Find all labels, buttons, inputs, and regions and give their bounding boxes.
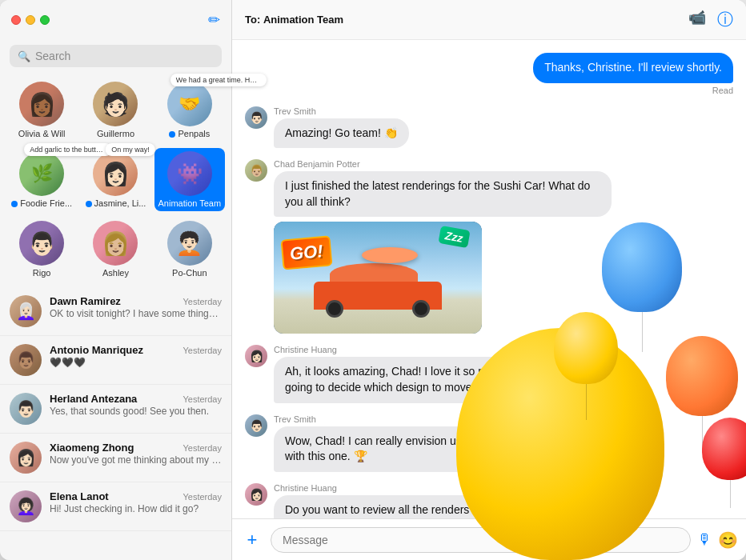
conv-name-elena: Elena Lanot <box>50 490 109 502</box>
avatar-foodie: 🌿 <box>19 151 64 196</box>
pinned-name-pochun: Po-Chun <box>172 268 207 278</box>
conv-time-xiaomeng: Yesterday <box>182 443 222 453</box>
conv-name-dawn: Dawn Ramirez <box>50 295 121 307</box>
bubble-outgoing-0: Thanks, Christine. I'll review shortly. <box>533 53 733 83</box>
app-window: ✏ 🔍 Search 👩🏾 Olivia & Will 🧑🏻 Guillermo… <box>0 0 746 560</box>
bubble-in-4: Wow, Chad! I can really envision us taki… <box>274 426 612 472</box>
conv-preview-herland: Yes, that sounds good! See you then. <box>50 406 222 417</box>
sushi-car-image: GO! Zzz <box>274 222 482 334</box>
avatar-trev-1: 👨🏻 <box>245 106 267 129</box>
sender-name-2: Chad Benjamin Potter <box>274 159 612 169</box>
search-bar[interactable]: 🔍 Search <box>10 45 222 67</box>
msg-body-3: Christine Huang Ah, it looks amazing, Ch… <box>274 345 612 402</box>
conv-name-xiaomeng: Xiaomeng Zhong <box>50 442 134 454</box>
pinned-name-ashley: Ashley <box>102 268 129 278</box>
msg-body-5: Christine Huang Do you want to review al… <box>274 483 612 518</box>
pinned-name-olivia-will: Olivia & Will <box>18 129 66 138</box>
avatar-guillermo: 🧑🏻 <box>93 82 138 126</box>
bubble-in-3: Ah, it looks amazing, Chad! I love it so… <box>274 357 612 402</box>
conv-item-xiaomeng[interactable]: 👩🏻 Xiaomeng Zhong Yesterday Now you've g… <box>0 434 231 482</box>
pinned-name-foodie: Foodie Frie... <box>11 198 72 208</box>
bubble-in-5: Do you want to review all the renders to… <box>274 495 612 518</box>
sidebar: ✏ 🔍 Search 👩🏾 Olivia & Will 🧑🏻 Guillermo… <box>0 0 232 560</box>
video-call-icon[interactable]: 📹 <box>688 9 706 30</box>
avatar-herland: 👨🏻 <box>10 393 42 425</box>
bubble-in-2: I just finished the latest renderings fo… <box>274 171 612 217</box>
avatar-ashley: 👩🏼 <box>93 221 138 266</box>
maximize-button[interactable] <box>40 15 50 25</box>
conv-time-herland: Yesterday <box>182 394 222 404</box>
penpals-bubble-preview: We had a great time. Home with... <box>170 74 267 86</box>
add-button[interactable]: + <box>240 528 264 552</box>
pinned-row-2: Add garlic to the butter, and then... 🌿 … <box>0 148 231 218</box>
pinned-item-foodie[interactable]: Add garlic to the butter, and then... 🌿 … <box>6 148 77 211</box>
conv-item-herland[interactable]: 👨🏻 Herland Antezana Yesterday Yes, that … <box>0 385 231 434</box>
search-icon: 🔍 <box>18 50 30 62</box>
chat-header-actions: 📹 ⓘ <box>688 9 733 30</box>
msg-body-4: Trev Smith Wow, Chad! I can really envis… <box>274 414 612 472</box>
conv-item-dawn[interactable]: 👩🏻‍🦳 Dawn Ramirez Yesterday OK to visit … <box>0 287 231 336</box>
input-bar: + 🎙 😊 <box>232 518 746 560</box>
avatar-dawn: 👩🏻‍🦳 <box>10 295 42 327</box>
avatar-christine-5: 👩🏻 <box>245 483 267 506</box>
minimize-button[interactable] <box>26 15 35 25</box>
avatar-chad: 👨🏼 <box>245 159 267 182</box>
msg-incoming-3: 👩🏻 Christine Huang Ah, it looks amazing,… <box>245 345 612 402</box>
msg-incoming-4: 👨🏻 Trev Smith Wow, Chad! I can really en… <box>245 414 612 472</box>
avatar-jasmine: 👩🏻 <box>93 151 138 196</box>
pinned-name-animation-team: Animation Team <box>158 198 221 208</box>
pinned-name-rigo: Rigo <box>33 268 51 278</box>
pinned-item-jasmine[interactable]: On my way! 👩🏻 Jasmine, Li... <box>80 148 150 211</box>
msg-body-1: Trev Smith Amazing! Go team! 👏 <box>274 106 612 149</box>
pinned-row-1: 👩🏾 Olivia & Will 🧑🏻 Guillermo We had a g… <box>0 75 231 148</box>
conv-content-antonio: Antonio Manriquez Yesterday 🖤🖤🖤 <box>50 344 222 368</box>
compose-button[interactable]: ✏ <box>208 11 220 29</box>
conv-content-xiaomeng: Xiaomeng Zhong Yesterday Now you've got … <box>50 442 222 466</box>
foodie-bubble-preview: Add garlic to the butter, and then... <box>24 143 112 156</box>
search-placeholder: Search <box>35 50 70 62</box>
conv-preview-antonio: 🖤🖤🖤 <box>50 357 222 368</box>
pinned-item-ashley[interactable]: 👩🏼 Ashley <box>80 218 150 281</box>
pinned-item-pochun[interactable]: 🧑🏻‍🦱 Po-Chun <box>154 218 225 281</box>
pinned-item-guillermo[interactable]: 🧑🏻 Guillermo <box>80 78 150 142</box>
avatar-elena: 👩🏻‍🦱 <box>10 490 42 522</box>
conv-name-antonio: Antonio Manriquez <box>50 344 143 356</box>
avatar-pochun: 🧑🏻‍🦱 <box>167 221 212 266</box>
close-button[interactable] <box>11 15 21 25</box>
conversation-list: 👩🏻‍🦳 Dawn Ramirez Yesterday OK to visit … <box>0 287 231 560</box>
conv-item-elena[interactable]: 👩🏻‍🦱 Elena Lanot Yesterday Hi! Just chec… <box>0 482 231 531</box>
pinned-item-penpals[interactable]: We had a great time. Home with... 🤝 Penp… <box>154 78 225 142</box>
chat-to-label: To: <box>245 14 260 26</box>
emoji-button[interactable]: 😊 <box>718 530 738 550</box>
pinned-row-3: 👨🏻 Rigo 👩🏼 Ashley 🧑🏻‍🦱 Po-Chun <box>0 218 231 287</box>
avatar-rigo: 👨🏻 <box>19 221 64 266</box>
bubble-in-1: Amazing! Go team! 👏 <box>274 118 409 149</box>
msg-outgoing-0: Thanks, Christine. I'll review shortly. … <box>533 53 733 95</box>
conv-preview-dawn: OK to visit tonight? I have some things … <box>50 308 222 319</box>
pinned-item-animation-team[interactable]: 👾 Animation Team <box>154 148 225 211</box>
msg-body-2: Chad Benjamin Potter I just finished the… <box>274 159 612 334</box>
conv-name-herland: Herland Antezana <box>50 393 137 405</box>
sender-name-3: Christine Huang <box>274 345 612 354</box>
message-input[interactable] <box>271 527 691 553</box>
avatar-animation-team: 👾 <box>167 151 212 196</box>
conv-time-antonio: Yesterday <box>182 346 222 355</box>
audio-button[interactable]: 🎙 <box>697 531 712 548</box>
traffic-lights <box>11 15 50 25</box>
conv-item-antonio[interactable]: 👨🏽 Antonio Manriquez Yesterday 🖤🖤🖤 <box>0 336 231 385</box>
main-chat: To: Animation Team 📹 ⓘ Thanks, Christine… <box>232 0 746 560</box>
pinned-item-rigo[interactable]: 👨🏻 Rigo <box>6 218 77 281</box>
chat-recipient: Animation Team <box>263 14 343 26</box>
chat-to: To: Animation Team <box>245 14 343 26</box>
avatar-xiaomeng: 👩🏻 <box>10 442 42 474</box>
info-icon[interactable]: ⓘ <box>717 9 733 30</box>
chat-header: To: Animation Team 📹 ⓘ <box>232 0 746 40</box>
conv-content-herland: Herland Antezana Yesterday Yes, that sou… <box>50 393 222 417</box>
conv-time-dawn: Yesterday <box>182 297 222 306</box>
pinned-item-olivia-will[interactable]: 👩🏾 Olivia & Will <box>6 78 77 142</box>
avatar-antonio: 👨🏽 <box>10 344 42 376</box>
sender-name-4: Trev Smith <box>274 414 612 424</box>
conv-content-dawn: Dawn Ramirez Yesterday OK to visit tonig… <box>50 295 222 319</box>
conv-time-elena: Yesterday <box>182 492 222 502</box>
msg-incoming-2: 👨🏼 Chad Benjamin Potter I just finished … <box>245 159 612 334</box>
